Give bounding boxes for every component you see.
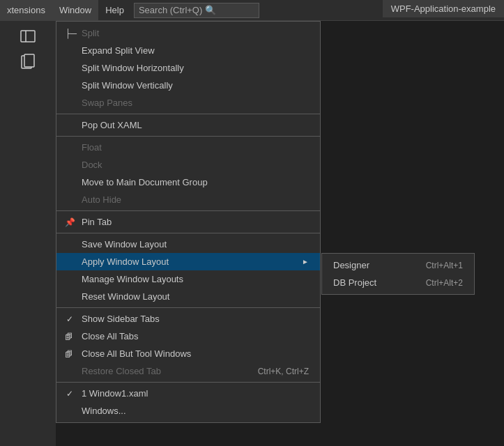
- menu-split-vertically[interactable]: Split Window Vertically: [56, 77, 320, 94]
- check-window1: ✓: [66, 389, 73, 399]
- sidebar-icon-layout[interactable]: [15, 26, 40, 46]
- menu-reset-window-layout[interactable]: Reset Window Layout: [56, 288, 320, 305]
- sidebar: [0, 21, 56, 446]
- menu-save-window-layout[interactable]: Save Window Layout: [56, 236, 320, 253]
- menu-windows[interactable]: Windows...: [56, 402, 320, 420]
- menu-split-horizontally[interactable]: Split Window Horizontally: [56, 59, 320, 77]
- pin-icon: 📌: [65, 217, 75, 227]
- title-badge: WPF-Application-example: [383, 0, 504, 17]
- menu-item-help[interactable]: Help: [98, 0, 131, 20]
- submenu-db-project[interactable]: DB Project Ctrl+Alt+2: [322, 274, 474, 291]
- search-icon: 🔍: [205, 5, 216, 15]
- menu-swap-panes[interactable]: Swap Panes: [56, 94, 320, 112]
- check-show-sidebar: ✓: [66, 314, 73, 324]
- menu-auto-hide[interactable]: Auto Hide: [56, 191, 320, 208]
- divider-5: [56, 307, 320, 308]
- close-all-but-tool-icon: 🗐: [65, 350, 72, 358]
- divider-3: [56, 210, 320, 211]
- sidebar-icon-files[interactable]: [15, 52, 40, 71]
- svg-rect-3: [24, 54, 34, 67]
- menu-window1-xaml[interactable]: ✓ 1 Window1.xaml: [56, 385, 320, 402]
- menu-close-all-tabs[interactable]: 🗐 Close All Tabs: [56, 328, 320, 345]
- menu-pin-tab[interactable]: 📌 Pin Tab: [56, 213, 320, 231]
- menu-move-main-doc[interactable]: Move to Main Document Group: [56, 174, 320, 191]
- files-icon: [21, 54, 35, 69]
- menu-item-extensions[interactable]: xtensions: [0, 0, 52, 20]
- submenu-designer[interactable]: Designer Ctrl+Alt+1: [322, 256, 474, 274]
- close-all-tabs-icon: 🗐: [65, 332, 72, 341]
- svg-rect-0: [21, 31, 35, 42]
- search-label: Search (Ctrl+Q): [139, 5, 202, 15]
- submenu-arrow-icon: ►: [302, 258, 309, 266]
- split-icon: ├─: [65, 29, 77, 38]
- menu-dock[interactable]: Dock: [56, 156, 320, 174]
- layout-icon: [20, 30, 36, 43]
- menu-split[interactable]: ├─ Split: [56, 24, 320, 42]
- divider-6: [56, 382, 320, 383]
- menu-float[interactable]: Float: [56, 139, 320, 156]
- window-dropdown-menu: ├─ Split Expand Split View Split Window …: [56, 21, 321, 423]
- divider-4: [56, 233, 320, 233]
- apply-window-layout-container: Apply Window Layout ► Designer Ctrl+Alt+…: [56, 253, 320, 270]
- divider-1: [56, 114, 320, 114]
- apply-window-layout-submenu: Designer Ctrl+Alt+1 DB Project Ctrl+Alt+…: [321, 253, 475, 295]
- search-box[interactable]: Search (Ctrl+Q) 🔍: [134, 3, 259, 18]
- menu-item-window[interactable]: Window: [52, 0, 98, 20]
- menu-show-sidebar-tabs[interactable]: ✓ Show Sidebar Tabs: [56, 310, 320, 328]
- menu-manage-window-layouts[interactable]: Manage Window Layouts: [56, 270, 320, 288]
- menu-bar: xtensions Window Help Search (Ctrl+Q) 🔍 …: [0, 0, 504, 21]
- menu-restore-closed-tab[interactable]: Restore Closed Tab Ctrl+K, Ctrl+Z: [56, 362, 320, 380]
- menu-pop-out-xaml[interactable]: Pop Out XAML: [56, 116, 320, 134]
- menu-apply-window-layout[interactable]: Apply Window Layout ►: [56, 253, 320, 270]
- menu-expand-split-view[interactable]: Expand Split View: [56, 42, 320, 59]
- menu-close-all-but-tool[interactable]: 🗐 Close All But Tool Windows: [56, 345, 320, 362]
- divider-2: [56, 136, 320, 137]
